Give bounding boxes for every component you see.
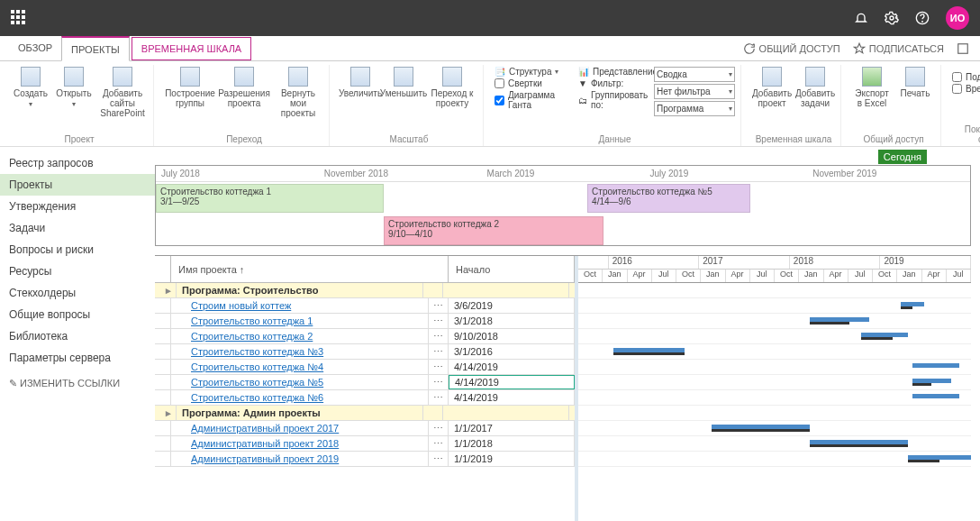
project-link[interactable]: Административный проект 2018 [171, 436, 429, 451]
help-icon[interactable] [915, 11, 930, 25]
build-team-button[interactable]: Построение группы [165, 65, 215, 108]
timeline-bar[interactable]: Строительство коттеджа 29/10—4/10 [384, 216, 603, 245]
start-date-cell[interactable]: 3/1/2018 [449, 314, 575, 328]
notifications-icon[interactable] [854, 11, 868, 25]
sidebar-item[interactable]: Утверждения [0, 196, 155, 217]
sidebar-item[interactable]: Стекхолдеры [0, 282, 155, 304]
project-link[interactable]: Административный проект 2017 [171, 421, 429, 435]
project-link[interactable]: Строительство коттеджа №6 [171, 390, 429, 405]
start-date-cell[interactable]: 3/1/2016 [449, 344, 575, 359]
sidebar-item[interactable]: Общие вопросы [0, 304, 155, 325]
project-link[interactable]: Административный проект 2019 [171, 452, 429, 466]
gantt-bar[interactable] [912, 363, 959, 368]
col-header-start[interactable]: Начало [449, 256, 575, 283]
timeline-bar[interactable]: Строительство коттеджа №54/14—9/6 [587, 184, 750, 213]
project-link[interactable]: Строительство коттеджа №5 [171, 375, 429, 389]
sidebar-item[interactable]: Проекты [0, 174, 155, 196]
sidebar-item[interactable]: Параметры сервера [0, 347, 155, 369]
new-button[interactable]: Создать▾ [11, 65, 50, 108]
open-button[interactable]: Открыть▾ [54, 65, 94, 108]
month-header: Oct [775, 270, 799, 282]
title-bar: ИО [0, 0, 980, 36]
gantt-chart[interactable]: 2016201720182019 OctJanAprJulOctJanAprJu… [578, 256, 971, 521]
start-date-cell[interactable]: 4/14/2019 [449, 390, 575, 405]
row-menu-icon[interactable]: ⋯ [429, 360, 449, 374]
year-header: 2019 [880, 256, 971, 269]
timeline[interactable]: Сегодня July 2018 November 2018 March 20… [155, 165, 971, 246]
row-menu-icon[interactable]: ⋯ [429, 375, 449, 389]
timeline-tick: July 2018 [156, 169, 319, 178]
start-date-cell[interactable]: 4/14/2019 [449, 375, 575, 389]
project-link[interactable]: Строительство коттеджа №3 [171, 344, 429, 359]
row-menu-icon[interactable]: ⋯ [429, 421, 449, 435]
row-menu-icon[interactable]: ⋯ [429, 436, 449, 451]
row-menu-icon[interactable]: ⋯ [429, 314, 449, 328]
tab-timeline[interactable]: ВРЕМЕННАЯ ШКАЛА [132, 37, 251, 60]
sidebar-item[interactable]: Реестр запросов [0, 152, 155, 174]
row-menu-icon[interactable]: ⋯ [429, 329, 449, 343]
gantt-progress [810, 322, 849, 324]
permissions-button[interactable]: Разрешения проекта [219, 65, 269, 108]
outline-menu[interactable]: 📑 Структура ▾ [495, 67, 575, 77]
expand-icon[interactable]: ▸ [160, 406, 177, 420]
gantt-row [578, 406, 971, 421]
row-menu-icon[interactable]: ⋯ [429, 452, 449, 466]
tab-projects[interactable]: ПРОЕКТЫ [61, 36, 130, 61]
add-project-button[interactable]: Добавить проект [752, 65, 792, 108]
group-label-share: Общий доступ [852, 133, 935, 146]
today-marker: Сегодня [878, 150, 927, 164]
group-title[interactable]: Программа: Строительство [177, 283, 423, 297]
month-header: Jan [701, 270, 725, 282]
user-avatar[interactable]: ИО [946, 6, 969, 30]
timeline-bar[interactable]: Строительство коттеджа 13/1—9/25 [156, 184, 384, 213]
add-tasks-button[interactable]: Добавить задачи [795, 65, 835, 108]
sidebar-item[interactable]: Библиотека [0, 325, 155, 347]
row-menu-icon[interactable]: ⋯ [429, 298, 449, 313]
checkbox-header[interactable] [155, 256, 171, 283]
gantt-checkbox[interactable]: Диаграмма Ганта [495, 90, 575, 110]
add-sharepoint-button[interactable]: Добавить сайты SharePoint [97, 65, 148, 118]
start-date-cell[interactable]: 9/10/2018 [449, 329, 575, 343]
group-label-zoom: Масштаб [340, 133, 477, 146]
start-date-cell[interactable]: 3/6/2019 [449, 298, 575, 313]
scroll-to-project-button[interactable]: Переход к проекту [427, 65, 477, 108]
svg-point-0 [890, 16, 894, 20]
expand-icon[interactable]: ▸ [160, 283, 177, 297]
view-select[interactable]: Сводка▾ [654, 67, 735, 82]
row-menu-icon[interactable]: ⋯ [429, 390, 449, 405]
row-menu-icon[interactable]: ⋯ [429, 344, 449, 359]
project-link[interactable]: Строительство коттеджа 2 [171, 329, 429, 343]
start-date-cell[interactable]: 1/1/2019 [449, 452, 575, 466]
share-button[interactable]: ОБЩИЙ ДОСТУП [743, 42, 840, 55]
start-date-cell[interactable]: 1/1/2018 [449, 436, 575, 451]
start-date-cell[interactable]: 4/14/2019 [449, 360, 575, 374]
fullscreen-icon[interactable] [957, 42, 969, 55]
checkin-button[interactable]: Вернуть мои проекты [273, 65, 323, 118]
zoom-out-button[interactable]: Уменьшить [384, 65, 423, 98]
subtasks-checkbox[interactable]: Свертки [495, 78, 575, 88]
groupby-select[interactable]: Программа▾ [654, 101, 735, 116]
filter-select[interactable]: Нет фильтра▾ [654, 84, 735, 99]
timeline-tick: July 2019 [644, 169, 807, 178]
subprojects-checkbox[interactable]: Подпроекты [952, 72, 980, 82]
export-excel-button[interactable]: Экспорт в Excel [852, 65, 892, 108]
time-with-date-checkbox[interactable]: Время с датой [952, 84, 980, 94]
sidebar-item[interactable]: Вопросы и риски [0, 239, 155, 260]
settings-icon[interactable] [885, 11, 899, 25]
print-button[interactable]: Печать [895, 65, 935, 98]
col-header-name[interactable]: Имя проекта ↑ [171, 256, 449, 283]
group-title[interactable]: Программа: Админ проекты [177, 406, 423, 420]
zoom-in-button[interactable]: Увеличить [340, 65, 380, 98]
project-link[interactable]: Строим новый коттеж [171, 298, 429, 313]
year-header: 2016 [609, 256, 700, 269]
sidebar-item[interactable]: Ресурсы [0, 260, 155, 282]
edit-links-button[interactable]: ✎ ИЗМЕНИТЬ ССЫЛКИ [0, 369, 155, 398]
tab-overview[interactable]: ОБЗОР [9, 36, 61, 61]
start-date-cell[interactable]: 1/1/2017 [449, 421, 575, 435]
app-launcher-icon[interactable] [11, 10, 27, 26]
follow-button[interactable]: ПОДПИСАТЬСЯ [853, 42, 944, 55]
project-link[interactable]: Строительство коттеджа №4 [171, 360, 429, 374]
gantt-bar[interactable] [912, 394, 959, 398]
sidebar-item[interactable]: Задачи [0, 217, 155, 239]
project-link[interactable]: Строительство коттеджа 1 [171, 314, 429, 328]
